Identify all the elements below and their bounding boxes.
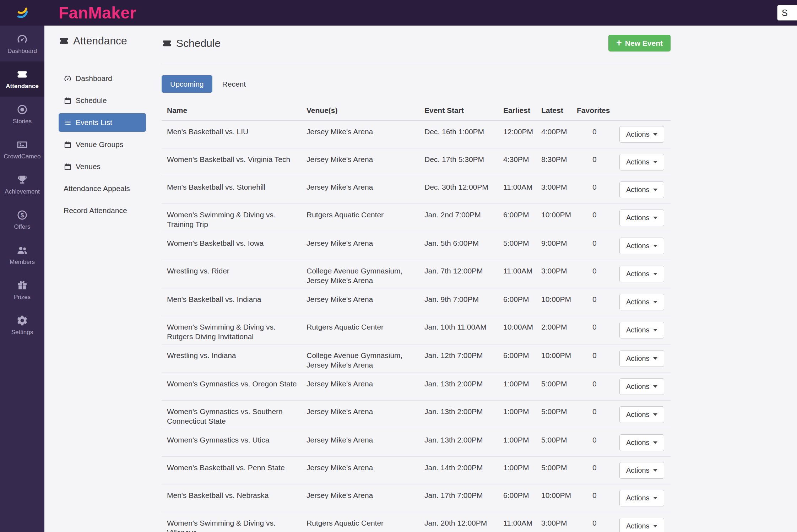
caret-down-icon — [653, 469, 657, 472]
page-title: Schedule — [162, 37, 221, 49]
fanmaker-logo-icon[interactable] — [0, 5, 44, 21]
table-row: Women's Swimming & Diving vs. Training T… — [162, 204, 671, 232]
event-favorites: 0 — [577, 232, 619, 260]
event-venues: Jersey Mike's Arena — [307, 288, 424, 316]
sidebar-item-prizes[interactable]: Prizes — [0, 272, 44, 308]
event-venues: Rutgers Aquatic Center — [307, 316, 424, 344]
events-table: Name Venue(s) Event Start Earliest Lates… — [162, 101, 671, 532]
nav-item-events-list[interactable]: Events List — [59, 113, 146, 132]
caret-down-icon — [653, 385, 657, 388]
sidebar-item-dashboard[interactable]: Dashboard — [0, 26, 44, 61]
tab-recent[interactable]: Recent — [214, 75, 255, 93]
sidebar-item-members[interactable]: Members — [0, 237, 44, 272]
actions-button[interactable]: Actions — [619, 210, 664, 226]
event-favorites: 0 — [577, 121, 619, 148]
topbar-cutoff-button[interactable]: S — [777, 5, 797, 21]
event-start: Dec. 16th 1:00PM — [424, 121, 503, 148]
event-start: Jan. 7th 12:00PM — [424, 260, 503, 288]
event-start: Dec. 30th 12:00PM — [424, 176, 503, 204]
nav-item-schedule[interactable]: Schedule — [59, 91, 146, 110]
sidebar-item-label: Settings — [11, 329, 33, 336]
actions-button-label: Actions — [626, 270, 650, 278]
main-content: Schedule + New Event Upcoming Recent — [162, 26, 797, 532]
actions-button-label: Actions — [626, 494, 650, 502]
actions-button[interactable]: Actions — [619, 378, 664, 395]
event-latest: 2:00PM — [541, 316, 577, 344]
nav-item-venues[interactable]: Venues — [59, 157, 146, 176]
sidebar-item-label: Members — [10, 259, 35, 266]
nav-item-dashboard[interactable]: Dashboard — [59, 69, 146, 88]
col-header-latest: Latest — [541, 101, 577, 121]
col-header-favorites: Favorites — [577, 101, 619, 121]
event-start: Jan. 13th 2:00PM — [424, 429, 503, 457]
actions-button[interactable]: Actions — [619, 266, 664, 282]
actions-button[interactable]: Actions — [619, 294, 664, 310]
sidebar-item-stories[interactable]: Stories — [0, 97, 44, 132]
calendar-icon — [64, 97, 72, 105]
caret-down-icon — [653, 217, 657, 219]
sidebar-item-crowdcameo[interactable]: CrowdCameo — [0, 132, 44, 167]
event-favorites: 0 — [577, 484, 619, 512]
event-earliest: 6:00PM — [503, 204, 541, 232]
actions-button-label: Actions — [626, 242, 650, 250]
sidebar-item-achievement[interactable]: Achievement — [0, 167, 44, 202]
actions-button[interactable]: Actions — [619, 490, 664, 506]
event-start: Jan. 20th 12:00PM — [424, 512, 503, 532]
brand-title[interactable]: FanMaker — [59, 3, 136, 22]
nav-item-label: Venue Groups — [76, 140, 123, 149]
trophy-icon — [16, 174, 28, 186]
event-name: Men's Basketball vs. Stonehill — [162, 176, 307, 204]
table-row: Women's Swimming & Diving vs. Rutgers Di… — [162, 316, 671, 344]
event-name: Men's Basketball vs. Indiana — [162, 288, 307, 316]
event-earliest: 11:00AM — [503, 512, 541, 532]
event-latest: 5:00PM — [541, 429, 577, 457]
table-row: Wrestling vs. Indiana College Avenue Gym… — [162, 344, 671, 373]
actions-button[interactable]: Actions — [619, 181, 664, 198]
new-event-button[interactable]: + New Event — [608, 35, 671, 51]
sidebar-item-settings[interactable]: Settings — [0, 308, 44, 343]
nav-item-label: Schedule — [76, 96, 107, 105]
schedule-tabs: Upcoming Recent — [162, 75, 671, 93]
actions-button[interactable]: Actions — [619, 462, 664, 479]
sidebar-item-offers[interactable]: Offers — [0, 202, 44, 237]
event-start: Jan. 13th 2:00PM — [424, 401, 503, 429]
event-favorites: 0 — [577, 260, 619, 288]
nav-item-attendance-appeals[interactable]: Attendance Appeals — [59, 179, 146, 198]
event-venues: Jersey Mike's Arena — [307, 148, 424, 176]
actions-button[interactable]: Actions — [619, 126, 664, 143]
event-start: Jan. 5th 6:00PM — [424, 232, 503, 260]
actions-button[interactable]: Actions — [619, 322, 664, 338]
table-row: Women's Gymnastics vs. Utica Jersey Mike… — [162, 429, 671, 457]
actions-button[interactable]: Actions — [619, 154, 664, 170]
actions-button[interactable]: Actions — [619, 238, 664, 254]
tab-upcoming[interactable]: Upcoming — [162, 75, 212, 93]
event-name: Women's Basketball vs. Penn State — [162, 457, 307, 484]
event-earliest: 11:00AM — [503, 176, 541, 204]
actions-button[interactable]: Actions — [619, 434, 664, 451]
event-favorites: 0 — [577, 401, 619, 429]
actions-button-label: Actions — [626, 354, 650, 363]
event-latest: 5:00PM — [541, 401, 577, 429]
table-row: Women's Swimming & Diving vs. Villanova … — [162, 512, 671, 532]
actions-button[interactable]: Actions — [619, 350, 664, 367]
gauge-icon — [64, 75, 72, 83]
table-row: Women's Gymnastics vs. Oregon State Jers… — [162, 373, 671, 401]
event-latest: 10:00PM — [541, 204, 577, 232]
event-latest: 10:00PM — [541, 288, 577, 316]
event-name: Women's Gymnastics vs. Utica — [162, 429, 307, 457]
actions-button-label: Actions — [626, 439, 650, 447]
sidebar-item-attendance[interactable]: Attendance — [0, 61, 44, 97]
plus-icon: + — [616, 38, 622, 48]
actions-button[interactable]: Actions — [619, 406, 664, 423]
table-row: Women's Basketball vs. Iowa Jersey Mike'… — [162, 232, 671, 260]
event-name: Women's Gymnastics vs. Southern Connecti… — [162, 401, 307, 429]
nav-item-label: Venues — [76, 162, 101, 171]
event-favorites: 0 — [577, 176, 619, 204]
nav-item-record-attendance[interactable]: Record Attendance — [59, 201, 146, 220]
event-earliest: 5:00PM — [503, 232, 541, 260]
nav-item-venue-groups[interactable]: Venue Groups — [59, 135, 146, 154]
actions-button[interactable]: Actions — [619, 518, 664, 532]
nav-item-label: Events List — [76, 118, 112, 127]
actions-button-label: Actions — [626, 298, 650, 306]
event-earliest: 10:00AM — [503, 316, 541, 344]
